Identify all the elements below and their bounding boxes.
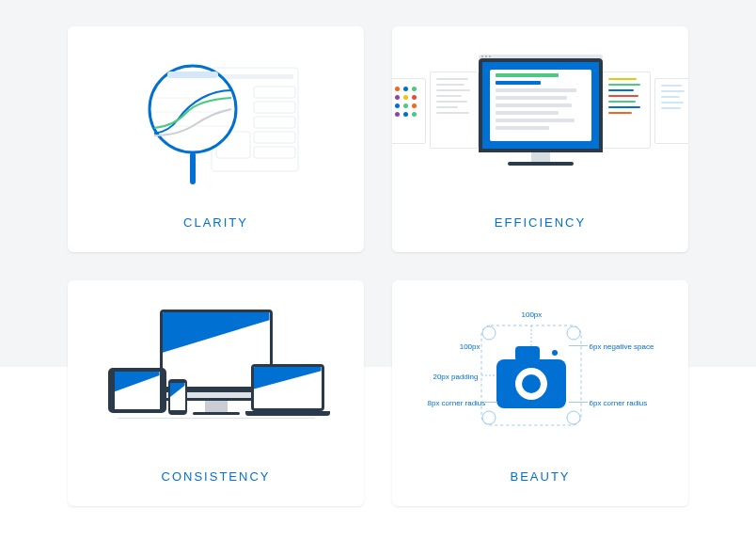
svg-point-15	[482, 326, 496, 340]
svg-point-17	[482, 411, 496, 424]
annotation-height: 100px	[452, 342, 480, 351]
monitor-icon	[479, 55, 603, 166]
beauty-illustration: 100px 100px 20px padding 8px corner radi…	[392, 280, 688, 469]
consistency-illustration	[68, 280, 364, 469]
svg-rect-1	[216, 74, 293, 79]
svg-point-21	[552, 350, 558, 356]
background-panel-icon	[602, 71, 651, 149]
svg-point-23	[522, 374, 541, 393]
camera-spec-icon	[480, 324, 583, 427]
background-panel-icon	[430, 71, 479, 149]
background-panel-icon	[392, 78, 426, 144]
svg-rect-20	[515, 346, 540, 361]
annotation-negative-space: 6px negative space	[590, 342, 654, 351]
svg-rect-12	[167, 71, 218, 78]
magnifier-chart-icon	[122, 51, 310, 192]
consistency-card[interactable]: CONSISTENCY	[68, 280, 364, 506]
beauty-card[interactable]: 100px 100px 20px padding 8px corner radi…	[392, 280, 688, 506]
annotation-corner-inner: 6px corner radius	[590, 399, 648, 407]
svg-point-18	[567, 411, 580, 424]
beauty-label: BEAUTY	[510, 469, 570, 484]
svg-rect-13	[190, 152, 196, 184]
clarity-card[interactable]: CLARITY	[68, 26, 364, 252]
clarity-illustration	[68, 26, 364, 215]
svg-point-8	[150, 66, 236, 152]
principles-grid: CLARITY	[68, 26, 688, 506]
annotation-width: 100px	[522, 310, 543, 319]
devices-icon	[108, 310, 324, 441]
annotation-corner-outer: 8px corner radius	[428, 399, 482, 407]
efficiency-label: EFFICIENCY	[495, 215, 586, 230]
clarity-label: CLARITY	[183, 215, 248, 230]
background-panel-icon	[654, 78, 688, 144]
consistency-label: CONSISTENCY	[162, 469, 271, 484]
svg-point-16	[567, 326, 580, 340]
efficiency-card[interactable]: EFFICIENCY	[392, 26, 688, 252]
annotation-padding: 20px padding	[428, 373, 479, 381]
efficiency-illustration	[392, 26, 688, 215]
